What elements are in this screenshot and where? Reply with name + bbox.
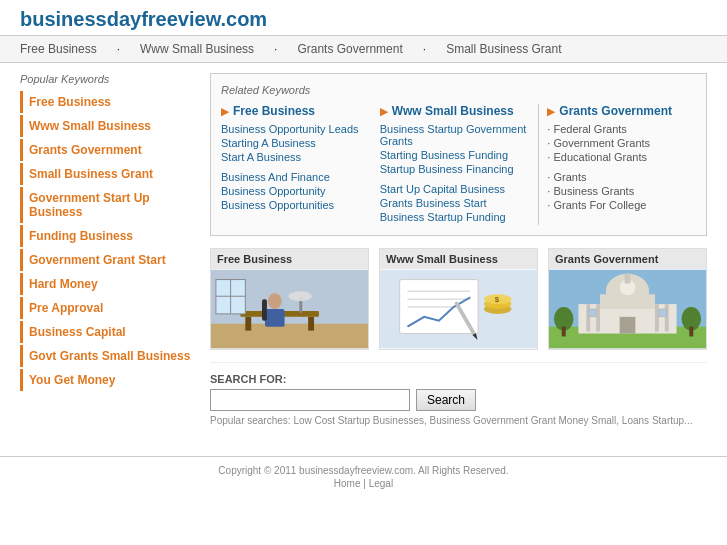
related-link-starting-biz-funding[interactable]: Starting Business Funding [380, 149, 529, 161]
nav-separator-3: · [423, 42, 426, 56]
related-col-title-1: ▶ Free Business [221, 104, 370, 118]
related-link-biz-opp-leads[interactable]: Business Opportunity Leads [221, 123, 370, 135]
related-link-gov-grants[interactable]: Government Grants [547, 137, 696, 149]
search-label: SEARCH FOR: [210, 373, 707, 385]
svg-rect-31 [625, 274, 631, 284]
footer: Copyright © 2011 businessdayfreeview.com… [0, 456, 727, 497]
svg-rect-1 [211, 324, 368, 349]
related-col-label-2[interactable]: Www Small Business [392, 104, 514, 118]
card-grants-gov-title: Grants Government [549, 249, 706, 269]
sidebar-item-www-small[interactable]: Www Small Business [20, 115, 200, 137]
top-nav: Free Business · Www Small Business · Gra… [0, 36, 727, 63]
svg-rect-33 [596, 304, 600, 331]
sidebar-item-small-biz-grant[interactable]: Small Business Grant [20, 163, 200, 185]
svg-rect-36 [620, 317, 636, 334]
nav-separator-1: · [117, 42, 120, 56]
related-keywords-box: Related Keywords ▶ Free Business Busines… [210, 73, 707, 236]
card-free-business-img [211, 269, 368, 349]
content-area: Related Keywords ▶ Free Business Busines… [210, 73, 707, 436]
related-col-title-2: ▶ Www Small Business [380, 104, 529, 118]
sidebar-item-gov-grant-start[interactable]: Government Grant Start [20, 249, 200, 271]
sidebar-item-free-business[interactable]: Free Business [20, 91, 200, 113]
nav-grants-government[interactable]: Grants Government [297, 42, 402, 56]
svg-rect-38 [659, 309, 667, 317]
svg-rect-37 [588, 309, 596, 317]
sidebar-item-pre-approval[interactable]: Pre Approval [20, 297, 200, 319]
sidebar-item-grants-gov[interactable]: Grants Government [20, 139, 200, 161]
footer-link-legal[interactable]: Legal [369, 478, 393, 489]
sidebar-item-funding[interactable]: Funding Business [20, 225, 200, 247]
nav-www-small-business[interactable]: Www Small Business [140, 42, 254, 56]
sidebar: Popular Keywords Free Business Www Small… [20, 73, 200, 436]
related-columns: ▶ Free Business Business Opportunity Lea… [221, 104, 696, 225]
related-link-federal-grants[interactable]: Federal Grants [547, 123, 696, 135]
search-row: Search [210, 389, 707, 411]
svg-rect-3 [245, 317, 251, 331]
svg-rect-40 [562, 327, 566, 337]
related-link-biz-grants[interactable]: Business Grants [547, 185, 696, 197]
related-link-starting-biz[interactable]: Starting A Business [221, 137, 370, 149]
card-www-small-business[interactable]: Www Small Business [379, 248, 538, 350]
header: businessdayfreeview.com [0, 0, 727, 36]
related-col-label-3[interactable]: Grants Government [559, 104, 672, 118]
related-link-startup-biz-financing[interactable]: Startup Business Financing [380, 163, 529, 175]
svg-rect-8 [265, 309, 285, 327]
card-grants-gov-img [549, 269, 706, 349]
card-www-small-title: Www Small Business [380, 249, 537, 269]
related-link-biz-startup-funding[interactable]: Business Startup Funding [380, 211, 529, 223]
related-col-label-1[interactable]: Free Business [233, 104, 315, 118]
footer-link-home[interactable]: Home [334, 478, 361, 489]
related-keywords-title: Related Keywords [221, 84, 696, 96]
related-link-grants-biz-start[interactable]: Grants Business Start [380, 197, 529, 209]
related-col-title-3: ▶ Grants Government [547, 104, 696, 118]
card-free-business-title: Free Business [211, 249, 368, 269]
search-button[interactable]: Search [416, 389, 476, 411]
svg-rect-42 [689, 327, 693, 337]
site-title[interactable]: businessdayfreeview.com [20, 8, 267, 30]
col-arrow-2: ▶ [380, 106, 388, 117]
svg-text:$: $ [495, 295, 500, 304]
sidebar-item-gov-startup[interactable]: Government Start Up Business [20, 187, 200, 223]
related-col-free-business: ▶ Free Business Business Opportunity Lea… [221, 104, 370, 225]
nav-separator-2: · [274, 42, 277, 56]
search-area: SEARCH FOR: Search Popular searches: Low… [210, 362, 707, 436]
card-www-small-img: $ [380, 269, 537, 349]
related-col-www-small: ▶ Www Small Business Business Startup Go… [380, 104, 529, 225]
col-arrow-1: ▶ [221, 106, 229, 117]
related-link-start-biz[interactable]: Start A Business [221, 151, 370, 163]
search-input[interactable] [210, 389, 410, 411]
related-link-biz-finance[interactable]: Business And Finance [221, 171, 370, 183]
related-link-biz-opps[interactable]: Business Opportunities [221, 199, 370, 211]
related-link-startup-capital[interactable]: Start Up Capital Business [380, 183, 529, 195]
card-free-business[interactable]: Free Business [210, 248, 369, 350]
sidebar-item-hard-money[interactable]: Hard Money [20, 273, 200, 295]
related-link-grants-college[interactable]: Grants For College [547, 199, 696, 211]
svg-rect-34 [655, 304, 659, 331]
svg-point-7 [268, 293, 282, 309]
image-cards: Free Business [210, 248, 707, 350]
popular-searches: Popular searches: Low Cost Startup Busin… [210, 415, 707, 426]
svg-rect-32 [586, 304, 590, 331]
sidebar-item-you-get-money[interactable]: You Get Money [20, 369, 200, 391]
sidebar-title: Popular Keywords [20, 73, 200, 85]
related-link-edu-grants[interactable]: Educational Grants [547, 151, 696, 163]
sidebar-item-biz-capital[interactable]: Business Capital [20, 321, 200, 343]
related-link-grants[interactable]: Grants [547, 171, 696, 183]
footer-links: Home | Legal [8, 478, 719, 489]
main-content: Popular Keywords Free Business Www Small… [0, 63, 727, 446]
card-grants-government[interactable]: Grants Government [548, 248, 707, 350]
svg-point-6 [289, 291, 313, 301]
col-arrow-3: ▶ [547, 106, 555, 117]
svg-rect-9 [262, 299, 267, 321]
svg-rect-4 [308, 317, 314, 331]
footer-copyright: Copyright © 2011 businessdayfreeview.com… [8, 465, 719, 476]
related-link-biz-opp[interactable]: Business Opportunity [221, 185, 370, 197]
sidebar-item-govt-grants[interactable]: Govt Grants Small Business [20, 345, 200, 367]
related-link-startup-gov-grants[interactable]: Business Startup Government Grants [380, 123, 529, 147]
svg-rect-35 [665, 304, 669, 331]
nav-free-business[interactable]: Free Business [20, 42, 97, 56]
nav-small-business-grant[interactable]: Small Business Grant [446, 42, 561, 56]
related-col-grants-gov: ▶ Grants Government Federal Grants Gover… [538, 104, 696, 225]
